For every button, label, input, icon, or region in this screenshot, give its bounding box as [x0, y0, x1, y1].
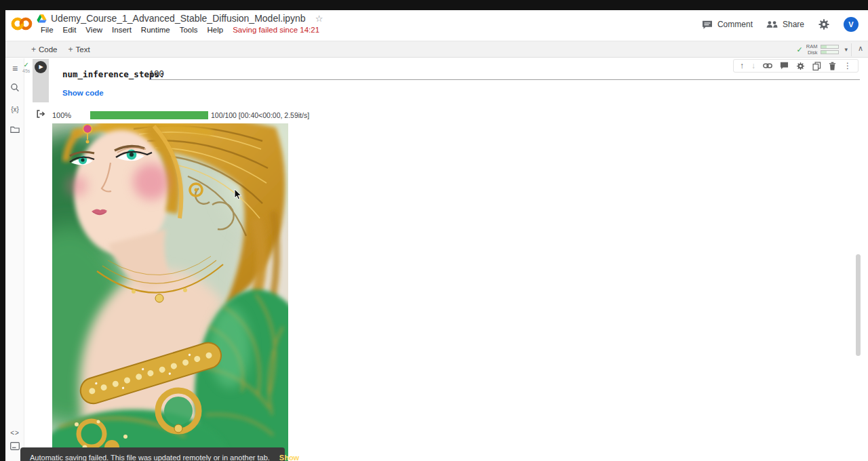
run-cell-button[interactable]: ▶ [35, 61, 47, 73]
resource-bars [821, 45, 839, 54]
gear-icon [818, 18, 830, 31]
saving-failed-toast: Automatic saving failed. This file was u… [20, 447, 285, 461]
screen: Udemy_Course_1_Advanced_Stable_Diffusion… [0, 0, 868, 461]
notebook-toolbar: + Code + Text ✓ RAM Disk ▾ [5, 41, 868, 58]
generated-image [52, 123, 288, 461]
colab-app: Udemy_Course_1_Advanced_Stable_Diffusion… [5, 10, 868, 461]
avatar[interactable]: V [844, 17, 859, 32]
notebook-title[interactable]: Udemy_Course_1_Advanced_Stable_Diffusion… [51, 13, 306, 24]
code-snippets-icon[interactable]: <> [5, 429, 24, 437]
delete-cell-icon[interactable] [829, 62, 836, 71]
collapse-sections-button[interactable]: ∧ [858, 44, 863, 53]
add-text-label: Text [76, 45, 90, 54]
search-icon[interactable] [5, 83, 24, 95]
exec-time: 45s [22, 68, 30, 74]
comment-label: Comment [717, 20, 753, 29]
add-code-button[interactable]: + Code [31, 45, 58, 54]
comment-icon [702, 20, 713, 29]
saving-status[interactable]: Saving failed since 14:21 [233, 26, 319, 34]
app-header: Udemy_Course_1_Advanced_Stable_Diffusion… [5, 10, 868, 41]
add-text-button[interactable]: + Text [68, 45, 90, 54]
share-label: Share [783, 20, 804, 29]
menu-tools[interactable]: Tools [180, 26, 198, 34]
cell-toolbar: ↑ ↓ [733, 59, 859, 73]
move-up-icon[interactable]: ↑ [740, 62, 744, 70]
toast-message: Automatic saving failed. This file was u… [30, 454, 270, 461]
star-icon[interactable]: ☆ [315, 14, 323, 24]
settings-button[interactable] [818, 18, 830, 31]
title-block: Udemy_Course_1_Advanced_Stable_Diffusion… [37, 13, 323, 34]
show-code-link[interactable]: Show code [62, 89, 104, 97]
progress-detail: 100/100 [00:40<00:00, 2.59it/s] [211, 111, 309, 119]
disk-label: Disk [806, 49, 818, 56]
colab-logo-icon[interactable] [11, 16, 33, 34]
move-down-icon[interactable]: ↓ [751, 62, 755, 70]
param-input-underline [149, 79, 860, 80]
chevron-down-icon[interactable]: ▾ [844, 46, 848, 53]
more-options-icon[interactable]: ⋮ [844, 62, 852, 70]
menu-help[interactable]: Help [208, 26, 224, 34]
variables-icon[interactable]: {x} [5, 106, 24, 113]
disk-bar [821, 50, 839, 54]
play-icon: ▶ [39, 64, 43, 70]
menu-file[interactable]: File [41, 26, 54, 34]
exec-success-check-icon: ✓ [22, 62, 30, 68]
connected-check-icon: ✓ [797, 45, 803, 54]
output-indicator-icon[interactable] [36, 109, 45, 121]
menu-insert[interactable]: Insert [112, 26, 132, 34]
share-button[interactable]: Share [766, 20, 804, 29]
vertical-scrollbar[interactable] [856, 254, 861, 356]
menu-bar: File Edit View Insert Runtime Tools Help… [41, 26, 323, 34]
plus-icon: + [68, 45, 73, 54]
colab-rings [11, 16, 33, 31]
header-actions: Comment Share [702, 17, 859, 32]
comment-cell-icon[interactable] [780, 62, 789, 70]
progress-bar-fill [90, 111, 208, 119]
menu-view[interactable]: View [85, 26, 102, 34]
drive-icon [37, 14, 47, 23]
add-code-label: Code [39, 45, 58, 54]
settings-cell-icon[interactable] [796, 62, 805, 71]
show-diff-button[interactable]: Show diff [279, 454, 299, 461]
files-icon[interactable] [5, 124, 24, 136]
toolbar-divider [851, 43, 852, 56]
share-people-icon [766, 20, 778, 28]
progress-bar [90, 111, 208, 119]
progress-percent: 100% [52, 111, 71, 119]
folder-icon [10, 125, 20, 134]
link-icon[interactable] [763, 61, 772, 71]
ram-label: RAM [806, 43, 818, 49]
ram-bar [821, 45, 839, 49]
resource-monitor[interactable]: ✓ RAM Disk ▾ [797, 42, 848, 57]
mirror-cell-icon[interactable] [812, 62, 821, 71]
table-of-contents-icon[interactable]: ≡ [5, 63, 24, 74]
menu-runtime[interactable]: Runtime [141, 26, 170, 34]
left-rail: ≡ {x} <> [5, 58, 24, 461]
exec-indicator: ✓ 45s [22, 62, 30, 74]
plus-icon: + [31, 45, 36, 54]
menu-edit[interactable]: Edit [63, 26, 77, 34]
param-input[interactable]: 100 [149, 68, 164, 79]
comment-button[interactable]: Comment [702, 20, 753, 29]
